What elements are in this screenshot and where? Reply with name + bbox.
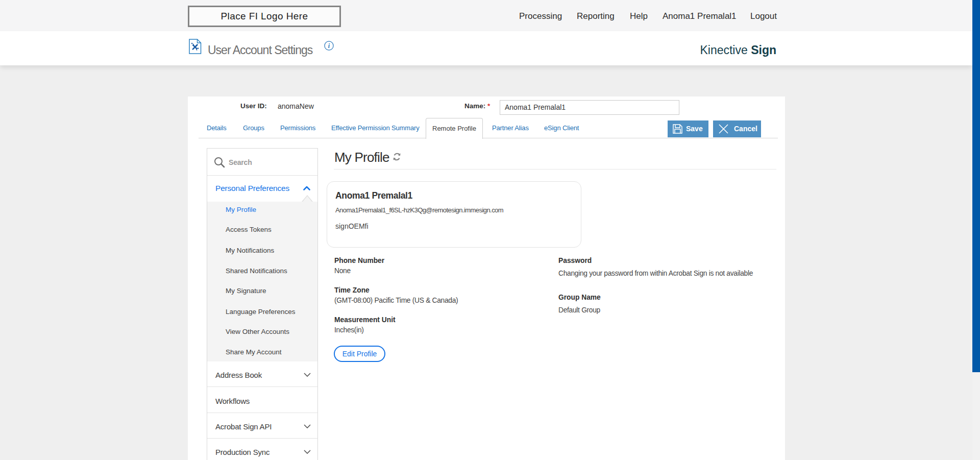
svg-text:i: i (328, 42, 330, 50)
